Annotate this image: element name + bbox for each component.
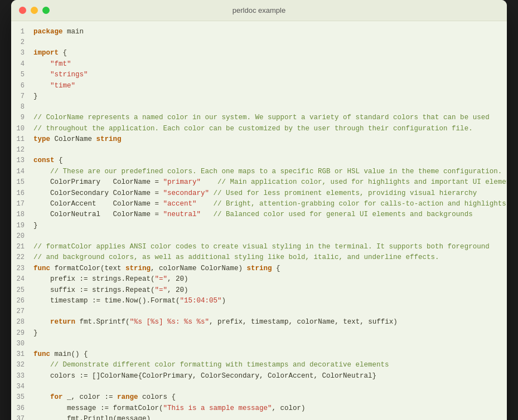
line-content: // formatColor applies ANSI color codes … [33, 242, 507, 252]
line-number: 18 [11, 209, 33, 220]
string-token: "15:04:05" [180, 297, 222, 305]
line-content: fmt.Println(message) [33, 414, 507, 420]
line-number: 29 [11, 328, 33, 339]
line-number: 33 [11, 371, 33, 382]
plain-token: , 20) [167, 275, 188, 283]
table-row: 35 for _, color := range colors { [11, 392, 507, 403]
line-number: 13 [11, 155, 33, 166]
plain-token: main [63, 28, 84, 36]
comment-token: // Bright, attention-grabbing color for … [197, 200, 506, 208]
comment-token: // and background colors, as well as add… [33, 253, 439, 261]
string-token: "=" [155, 286, 168, 294]
line-content: "time" [33, 81, 507, 91]
keyword-token: func [33, 265, 50, 272]
line-content: } [33, 221, 507, 231]
plain-token: ColorName [50, 135, 96, 143]
comment-token: // These are our predefined colors. Each… [33, 168, 502, 175]
table-row: 21// formatColor applies ANSI color code… [11, 242, 507, 252]
line-number: 30 [11, 339, 33, 349]
keyword-token: const [33, 157, 55, 164]
table-row: 23func formatColor(text string, colorNam… [11, 263, 507, 274]
plain-token: { [55, 157, 63, 164]
line-content: ColorSecondary ColorName = "secondary" /… [33, 188, 507, 199]
line-content: "strings" [33, 70, 507, 80]
string-token: "primary" [163, 178, 201, 186]
traffic-lights [19, 7, 50, 14]
maximize-button[interactable] [42, 7, 50, 14]
table-row: 25 suffix := strings.Repeat("=", 20) [11, 285, 507, 296]
line-number: 21 [11, 242, 33, 252]
plain-token: suffix := strings.Repeat( [33, 286, 155, 294]
line-number: 7 [11, 91, 33, 102]
table-row: 36 message := formatColor("This is a sam… [11, 403, 507, 414]
table-row: 24 prefix := strings.Repeat("=", 20) [11, 274, 507, 285]
line-content [33, 145, 507, 155]
line-number: 20 [11, 231, 33, 242]
comment-token: // ColorName represents a named color in… [33, 114, 490, 121]
line-content: } [33, 328, 507, 339]
line-content: // ColorName represents a named color in… [33, 113, 507, 123]
line-number: 3 [11, 48, 33, 58]
code-editor[interactable]: 1package main23import {4 "fmt"5 "strings… [11, 21, 507, 420]
plain-token: ColorNeutral ColorName = [33, 211, 163, 218]
line-content: const { [33, 155, 507, 166]
comment-token: // formatColor applies ANSI color codes … [33, 243, 490, 251]
table-row: 15 ColorPrimary ColorName = "primary" //… [11, 177, 507, 188]
close-button[interactable] [19, 7, 26, 14]
plain-token: timestamp := time.Now().Format( [33, 297, 180, 305]
window: perldoc example 1package main23import {4… [11, 0, 507, 420]
table-row: 27 [11, 306, 507, 317]
comment-token: // throughout the application. Each colo… [33, 125, 473, 133]
line-content: return fmt.Sprintf("%s [%s] %s: %s %s", … [33, 317, 507, 328]
line-number: 16 [11, 188, 33, 199]
table-row: 9// ColorName represents a named color i… [11, 113, 507, 123]
line-content: // throughout the application. Each colo… [33, 124, 507, 134]
string-token: "%s [%s] %s: %s %s" [130, 318, 210, 326]
table-row: 30 [11, 339, 507, 349]
line-number: 4 [11, 59, 33, 70]
keyword-token: string [125, 265, 151, 272]
keyword-token: for [50, 393, 63, 401]
table-row: 20 [11, 231, 507, 242]
line-number: 27 [11, 306, 33, 317]
table-row: 8 [11, 102, 507, 113]
table-row: 31func main() { [11, 349, 507, 360]
plain-token: _, color := [63, 393, 118, 401]
line-content [33, 306, 507, 317]
plain-token [33, 71, 50, 79]
plain-token: formatColor(text [50, 265, 125, 272]
minimize-button[interactable] [31, 7, 38, 14]
plain-token: } [33, 329, 38, 337]
string-token: "fmt" [50, 60, 71, 68]
window-title: perldoc example [233, 6, 285, 14]
keyword-token: return [50, 318, 75, 326]
table-row: 5 "strings" [11, 70, 507, 80]
line-content: prefix := strings.Repeat("=", 20) [33, 274, 507, 285]
line-content: func main() { [33, 349, 507, 360]
keyword-token: func [33, 350, 50, 358]
plain-token: prefix := strings.Repeat( [33, 275, 155, 283]
string-token: "strings" [50, 71, 88, 79]
table-row: 1package main [11, 27, 507, 37]
table-row: 16 ColorSecondary ColorName = "secondary… [11, 188, 507, 199]
line-number: 34 [11, 382, 33, 392]
line-content: for _, color := range colors { [33, 392, 507, 403]
keyword-token: string [247, 265, 272, 272]
line-number: 1 [11, 27, 33, 37]
plain-token: , color) [272, 404, 306, 412]
table-row: 2 [11, 37, 507, 48]
string-token: "time" [50, 82, 75, 90]
line-number: 26 [11, 296, 33, 306]
keyword-token: string [96, 135, 122, 143]
line-number: 12 [11, 145, 33, 155]
table-row: 18 ColorNeutral ColorName = "neutral" //… [11, 209, 507, 220]
string-token: "This is a sample message" [163, 404, 272, 412]
line-number: 17 [11, 199, 33, 209]
plain-token: { [272, 265, 280, 272]
plain-token [33, 318, 50, 326]
line-number: 15 [11, 177, 33, 188]
plain-token: ColorAccent ColorName = [33, 200, 163, 208]
line-content: ColorPrimary ColorName = "primary" // Ma… [33, 177, 507, 188]
line-number: 37 [11, 414, 33, 420]
line-content: message := formatColor("This is a sample… [33, 403, 507, 414]
